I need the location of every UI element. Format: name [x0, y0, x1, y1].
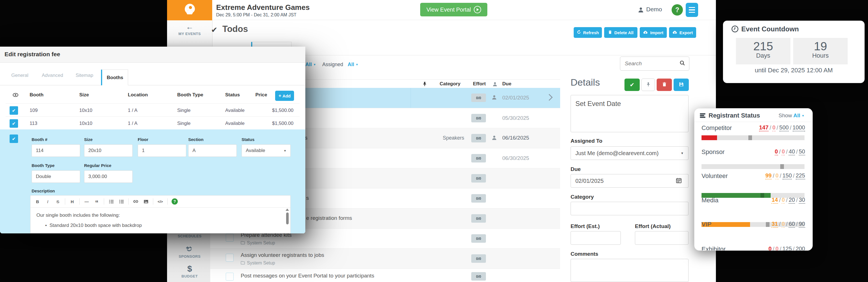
tab-general[interactable]: General [11, 73, 28, 78]
complete-button[interactable]: ✔ [624, 79, 640, 91]
add-booth-button[interactable]: + Add [275, 91, 294, 101]
booth-number-input[interactable]: 114 [32, 144, 80, 157]
effort-est-field[interactable] [570, 231, 621, 245]
registrant-bar [702, 164, 805, 169]
tab-advanced[interactable]: Advanced [42, 73, 63, 78]
todo-checkbox[interactable] [226, 254, 234, 262]
tab-sitemap[interactable]: Sitemap [75, 73, 93, 78]
column-due[interactable]: Due [502, 81, 511, 87]
effort-actual-field[interactable] [635, 231, 688, 245]
status-select[interactable]: Available ▼ [242, 144, 291, 157]
task-name-value: Set Event Date [576, 100, 621, 108]
menu-button[interactable] [686, 3, 698, 17]
size-input[interactable]: 20x10 [84, 144, 133, 157]
scroll-thumb[interactable] [286, 213, 289, 224]
help-button[interactable]: ? [672, 4, 683, 16]
registrant-values[interactable]: 0/0/125/200 [702, 246, 805, 251]
filter-assigned-dropdown[interactable]: All ▼ [348, 62, 359, 67]
bar-marker [780, 164, 784, 169]
col-size[interactable]: Size [79, 92, 89, 98]
booth-type-input[interactable]: Double [32, 170, 80, 183]
italic-icon[interactable]: I [44, 198, 51, 205]
unordered-list-icon[interactable] [108, 198, 114, 205]
reg-v2: 0 [782, 221, 785, 228]
todo-row[interactable]: Assign volunteer registrants to jobs Sys… [210, 248, 560, 269]
todo-row[interactable]: Post messages on your Event Portal to yo… [210, 269, 560, 282]
user-menu[interactable]: Demo [646, 6, 662, 13]
chevron-down-icon: ▼ [802, 114, 805, 117]
screenshot-root: Extreme Adventure Games Dec 29, 5:00 PM … [0, 0, 868, 282]
booth-checkbox[interactable]: ✔ [9, 135, 18, 143]
due-date-field[interactable]: 02/01/2025 [570, 174, 669, 188]
assigned-to-select[interactable]: Just Me (demo@clearevent.com) ▼ [570, 146, 688, 160]
editor-help-icon[interactable]: ? [172, 198, 178, 204]
column-category[interactable]: Category [440, 81, 461, 87]
booth-checkbox[interactable]: ✔ [9, 119, 18, 128]
scroll-up-arrow[interactable] [286, 208, 289, 211]
sidebar-item-budget[interactable]: BUDGET [167, 274, 212, 278]
col-status[interactable]: Status [225, 92, 240, 98]
col-booth-type[interactable]: Booth Type [177, 92, 203, 98]
app-logo[interactable] [167, 0, 212, 20]
export-button[interactable]: Export [669, 27, 696, 38]
tab-booths-active[interactable]: Booths [101, 69, 128, 85]
save-icon [679, 82, 684, 88]
todo-checkbox[interactable] [226, 273, 234, 281]
refresh-button[interactable]: Refresh [574, 27, 602, 38]
todo-subtitle-label: System Setup [247, 260, 275, 265]
link-icon[interactable] [133, 198, 139, 205]
todo-title-fragment: e registration forms [306, 215, 352, 221]
reg-v2: 0 [775, 246, 779, 251]
col-booth[interactable]: Booth [30, 92, 43, 98]
todo-checkbox[interactable] [226, 234, 234, 242]
calendar-button[interactable] [669, 174, 688, 188]
ordered-list-icon[interactable] [118, 198, 124, 205]
category-field[interactable] [570, 202, 688, 215]
blockquote-icon[interactable]: “ [94, 197, 100, 206]
sidebar-item-my-events[interactable]: MY EVENTS [167, 32, 212, 36]
comments-field[interactable] [570, 259, 688, 282]
delete-all-button[interactable]: Delete All [604, 27, 638, 38]
search-box [620, 57, 689, 70]
section-input[interactable]: A [188, 144, 237, 157]
horizontal-rule-icon[interactable]: — [84, 198, 90, 205]
tab-booths-label: Booths [107, 75, 123, 81]
filter-status-dropdown[interactable]: All ▼ [305, 62, 316, 67]
regular-price-input[interactable]: 3,000.00 [84, 170, 133, 183]
image-icon[interactable] [143, 198, 149, 205]
sidebar-item-schedules[interactable]: SCHEDULES [167, 234, 212, 238]
pin-button[interactable] [642, 79, 655, 91]
chevron-down-icon: ▼ [313, 63, 316, 66]
registrant-values[interactable]: 99/0/150/225 [702, 172, 805, 179]
bullet-dot: • [45, 223, 50, 228]
effort-badge: 0/0 [471, 93, 486, 102]
registrant-values[interactable]: 14/0/20/30 [702, 197, 805, 204]
search-icon[interactable] [680, 60, 685, 67]
col-location[interactable]: Location [128, 92, 148, 98]
code-icon[interactable]: </> [157, 198, 163, 205]
search-input[interactable] [624, 60, 676, 67]
cloud-upload-icon [643, 30, 648, 35]
col-price[interactable]: Price [255, 92, 267, 98]
save-task-button[interactable] [674, 79, 689, 91]
filter-assigned-label: Assigned [322, 62, 343, 67]
bold-icon[interactable]: B [34, 198, 41, 205]
delete-task-button[interactable] [657, 79, 672, 91]
registrant-values[interactable]: 147/0/500/1000 [702, 124, 805, 132]
import-button[interactable]: Import [640, 27, 667, 38]
task-name-field[interactable]: Set Event Date [570, 95, 688, 132]
registrant-values[interactable]: 31/0/60/90 [702, 221, 805, 228]
column-effort[interactable]: Effort [473, 81, 486, 87]
booth-checkbox[interactable]: ✔ [9, 106, 18, 115]
editor-scrollbar[interactable] [285, 208, 289, 232]
registrant-values[interactable]: 0/0/40/50 [702, 148, 805, 156]
editor-content[interactable]: Our single booth includes the following:… [30, 207, 284, 233]
floor-input[interactable]: 1 [138, 144, 186, 157]
sidebar-item-sponsors[interactable]: SPONSORS [167, 254, 212, 258]
brand-icon [183, 3, 197, 18]
heading-icon[interactable]: H [69, 198, 75, 205]
chevron-right-icon[interactable] [546, 94, 553, 101]
strikethrough-icon[interactable]: S [55, 198, 61, 205]
show-filter-dropdown[interactable]: Show All ▼ [779, 112, 805, 119]
view-event-portal-button[interactable]: View Event Portal [420, 3, 487, 17]
